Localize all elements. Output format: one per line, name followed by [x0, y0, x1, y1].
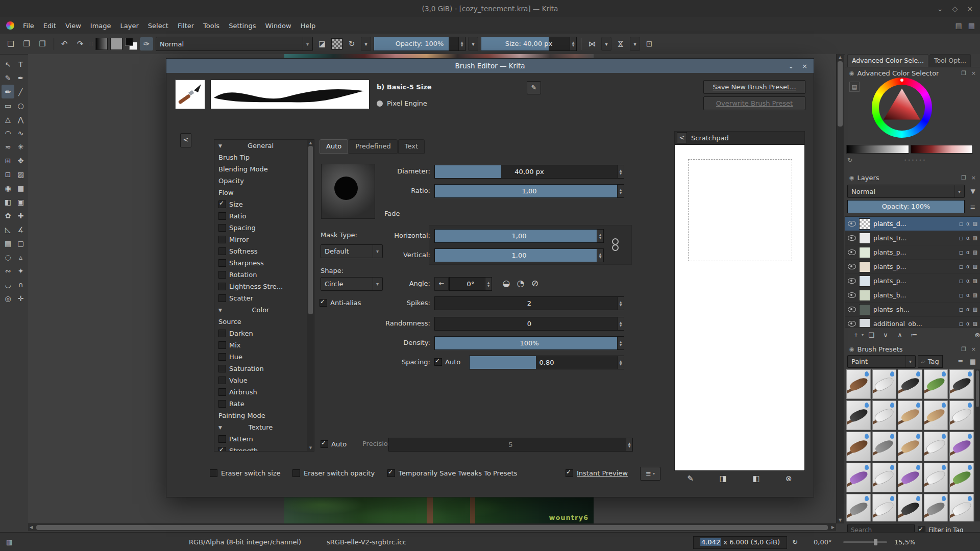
menu-edit[interactable]: Edit — [39, 20, 61, 32]
refresh-colors-icon[interactable]: ↻ — [847, 157, 852, 164]
collapse-options-button[interactable]: < — [180, 133, 191, 147]
freehand-path-tool[interactable]: ∿ — [14, 126, 27, 140]
brush-option-pattern[interactable]: Pattern — [214, 433, 307, 445]
tag-chooser[interactable]: ▱ Tag — [918, 355, 943, 368]
brush-preset-7[interactable] — [872, 400, 897, 430]
zoom-slider[interactable] — [843, 541, 887, 543]
brush-option-blending-mode[interactable]: Blending Mode — [214, 163, 307, 175]
reload-preset-button[interactable]: ↻ — [345, 37, 358, 51]
spinner[interactable]: ▲▼ — [617, 165, 624, 178]
brush-option-source[interactable]: Source — [214, 316, 307, 328]
brush-preset-13[interactable] — [898, 432, 922, 461]
brush-option-darken[interactable]: Darken — [214, 328, 307, 339]
preset-scroll-thumb[interactable] — [976, 370, 979, 407]
brush-preset-15[interactable] — [949, 432, 974, 461]
mirror-vertical-button[interactable]: ⋈ — [614, 37, 627, 51]
scroll-down-icon[interactable]: ▼ — [307, 446, 314, 450]
freehand-selection-tool[interactable]: ∾ — [2, 264, 14, 278]
alpha-lock-icon[interactable]: ▨ — [973, 292, 977, 298]
overwrite-brush-preset-button[interactable]: Overwrite Brush Preset — [703, 96, 805, 110]
lock-icon[interactable]: ◻ — [959, 235, 963, 241]
contiguous-selection-tool[interactable]: ✦ — [14, 264, 27, 278]
preset-menu-icon[interactable]: ≡ — [955, 358, 966, 365]
mirror-horizontal-caret[interactable]: ▾ — [601, 37, 611, 51]
alpha-lock-icon[interactable]: ▨ — [973, 307, 977, 312]
option-checkbox[interactable] — [218, 294, 226, 302]
brush-size-slider[interactable]: Size: 40,00 px ▲▼ — [481, 37, 577, 51]
vertical-scroll-thumb[interactable] — [838, 61, 843, 127]
save-document-button[interactable]: ❒ — [36, 37, 49, 51]
visibility-eye-icon[interactable] — [848, 292, 856, 298]
angle-none-icon[interactable]: ⊘ — [529, 277, 541, 290]
inherit-alpha-icon[interactable]: α — [966, 249, 970, 255]
brush-option-sharpness[interactable]: Sharpness — [214, 257, 307, 269]
layer-options-menu-icon[interactable]: ≡ — [968, 203, 978, 211]
freehand-brush-tool[interactable]: ✏ — [2, 85, 14, 98]
spacing-auto-checkbox[interactable] — [434, 358, 442, 366]
menu-file[interactable]: File — [18, 20, 39, 32]
angle-half-icon[interactable]: ◒ — [500, 277, 512, 290]
colorize-mask-tool[interactable]: ✿ — [2, 209, 14, 222]
open-document-button[interactable]: ❐ — [20, 37, 33, 51]
layer-row[interactable]: plants_b...◻α▨ — [845, 288, 980, 303]
reload-options-caret[interactable]: ▾ — [361, 37, 371, 51]
menu-help[interactable]: Help — [296, 20, 321, 32]
close-docker-icon[interactable]: × — [971, 174, 976, 181]
value-gradient-strip[interactable] — [846, 145, 909, 154]
opacity-slider[interactable]: Opacity: 100% ▲▼ — [374, 37, 465, 51]
tab-text[interactable]: Text — [398, 139, 425, 154]
blending-mode-dropdown[interactable]: Normal ▾ — [156, 37, 313, 51]
option-checkbox[interactable] — [218, 224, 226, 232]
eraser-switch-size-checkbox[interactable] — [210, 469, 217, 477]
options-scroll-thumb[interactable] — [308, 146, 313, 314]
visibility-eye-icon[interactable] — [848, 307, 856, 312]
brush-preset-12[interactable] — [872, 432, 897, 461]
angle-quarter-icon[interactable]: ◔ — [514, 277, 527, 290]
zoom-tool[interactable]: ◎ — [2, 291, 14, 305]
layer-row[interactable]: plants_tr...◻α▨ — [845, 231, 980, 245]
vertical-fade-slider[interactable]: 1,00 ▲▼ — [434, 248, 604, 262]
visibility-eye-icon[interactable] — [848, 221, 856, 227]
brush-option-ratio[interactable]: Ratio — [214, 210, 307, 222]
toolbar-grip[interactable]: ∷ — [89, 41, 93, 47]
option-checkbox[interactable] — [218, 388, 226, 396]
visibility-eye-icon[interactable] — [848, 249, 856, 255]
brush-option-scatter[interactable]: Scatter — [214, 292, 307, 304]
opacity-spinner[interactable]: ▲▼ — [458, 37, 465, 51]
option-checkbox[interactable] — [218, 377, 226, 384]
tab-predefined[interactable]: Predefined — [349, 139, 398, 154]
option-checkbox[interactable] — [218, 341, 226, 349]
angle-dial[interactable]: ← — [434, 277, 449, 291]
text-tool[interactable]: T — [14, 57, 27, 71]
brush-option-flow[interactable]: Flow — [214, 187, 307, 198]
preserve-alpha-button[interactable] — [331, 38, 342, 49]
close-docker-icon[interactable]: × — [971, 346, 976, 353]
bezier-curve-tool[interactable]: ◠ — [2, 126, 14, 140]
instant-preview-checkbox[interactable] — [566, 469, 573, 477]
visibility-eye-icon[interactable] — [848, 278, 856, 284]
save-tweaks-checkbox[interactable] — [387, 469, 395, 477]
canvas-vertical-scrollbar[interactable]: ▲ ▼ — [836, 54, 844, 523]
alpha-lock-icon[interactable]: ▨ — [973, 249, 977, 255]
move-tool[interactable]: ✥ — [14, 154, 27, 167]
brush-preset-21[interactable] — [846, 494, 871, 521]
option-checkbox[interactable] — [218, 330, 226, 337]
dialog-close-icon[interactable]: × — [802, 62, 807, 70]
brush-preset-9[interactable] — [924, 400, 948, 430]
add-layer-caret[interactable]: ▾ — [862, 333, 864, 337]
minimize-icon[interactable]: ⌄ — [937, 5, 943, 13]
assistants-tool[interactable]: ◺ — [2, 222, 14, 236]
option-checkbox[interactable] — [218, 365, 226, 372]
docker-resize-handle[interactable]: •••••• — [852, 158, 978, 163]
smart-patch-tool[interactable]: ✚ — [14, 209, 27, 222]
menu-view[interactable]: View — [61, 20, 86, 32]
multibrush-tool[interactable]: ✳ — [14, 140, 27, 154]
layer-row[interactable]: plants_sh...◻α▨ — [845, 303, 980, 317]
scroll-left-icon[interactable]: ◀ — [30, 524, 33, 531]
lock-icon[interactable]: ◻ — [959, 321, 963, 327]
delete-layer-button[interactable]: ⊗ — [971, 331, 980, 339]
layer-row[interactable]: plants_d...◻α▨ — [845, 217, 980, 231]
zoom-handle[interactable] — [874, 539, 877, 545]
dialog-titlebar[interactable]: Brush Editor — Krita — [166, 59, 814, 73]
options-scrollbar[interactable]: ▲ ▼ — [307, 140, 314, 451]
